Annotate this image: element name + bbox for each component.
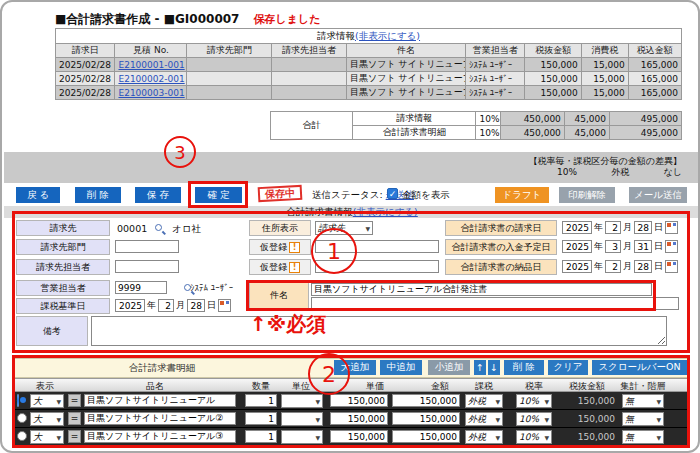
unit-price-input[interactable] [330, 430, 388, 443]
display-size-select[interactable]: 大 [30, 430, 64, 444]
qty-input[interactable] [245, 430, 277, 443]
draft-button[interactable]: ドラフト [495, 187, 549, 203]
hide-invoice-info-link[interactable]: (非表示にする) [355, 30, 420, 41]
col-sales-rep: 営業担当者 [466, 44, 525, 58]
unit-select[interactable] [281, 412, 323, 426]
qty-input[interactable] [245, 394, 277, 407]
move-up-button[interactable]: ↑ [474, 360, 486, 375]
row-handle-icon[interactable] [68, 412, 81, 425]
detail-delete-button[interactable]: 削 除 [504, 360, 544, 375]
year-input[interactable] [562, 260, 592, 273]
aggregate-select[interactable]: 無 [622, 412, 664, 426]
tax-type-select[interactable]: 外税 [465, 394, 503, 408]
unit-price-input[interactable] [330, 394, 388, 407]
year-input[interactable] [115, 299, 145, 312]
billing-person-label: 請求先担当者 [16, 259, 110, 275]
aggregate-select[interactable]: 無 [622, 394, 664, 408]
detail-row: 大 外税 10% 150,000 無 [14, 392, 688, 410]
confirm-button[interactable]: 確 定 [195, 187, 242, 203]
clear-button[interactable]: クリア [548, 360, 588, 375]
delete-button[interactable]: 削 除 [75, 187, 121, 203]
col-dept: 請求先部門 [187, 44, 272, 58]
remarks-textarea[interactable] [91, 316, 667, 346]
calendar-icon[interactable] [665, 260, 678, 273]
mail-send-button[interactable]: メール送信 [629, 187, 687, 203]
row-select-radio[interactable] [17, 413, 27, 423]
search-icon[interactable] [155, 224, 162, 231]
billing-person-input[interactable] [115, 260, 179, 273]
select-arrow-icon [493, 396, 500, 406]
add-large-button[interactable]: 大追加 [334, 360, 376, 375]
display-size-select[interactable]: 大 [30, 412, 64, 426]
back-button[interactable]: 戻 る [16, 187, 60, 203]
qty-input[interactable] [245, 412, 277, 425]
col-gross: 税込金額 [628, 44, 681, 58]
subject-input[interactable] [311, 283, 652, 296]
item-name-input[interactable] [84, 394, 236, 407]
sales-rep-name: ｼｽﾃﾑ ﾕｰｻﾞｰ [190, 283, 233, 293]
col-person: 請求先担当者 [271, 44, 346, 58]
row-select-radio[interactable] [17, 431, 27, 441]
day-input[interactable] [634, 260, 652, 273]
invoice-info-section-header: 請求情報(非表示にする) [56, 29, 682, 44]
quote-no-link[interactable]: E2100002-001 [118, 74, 184, 84]
calendar-icon[interactable] [665, 240, 678, 253]
year-input[interactable] [562, 240, 592, 253]
quote-no-link[interactable]: E2100003-001 [118, 88, 184, 98]
select-arrow-icon [363, 223, 370, 233]
item-name-input[interactable] [84, 430, 236, 443]
temp-reg2-input[interactable] [315, 260, 439, 273]
row-handle-icon[interactable] [68, 394, 81, 407]
select-arrow-icon [54, 396, 61, 406]
month-input[interactable] [605, 221, 621, 234]
aggregate-select[interactable]: 無 [622, 430, 664, 444]
billing-dept-input[interactable] [115, 240, 179, 253]
amount-input[interactable] [392, 430, 460, 443]
hide-form-link[interactable]: (非表示にする) [353, 206, 418, 217]
calendar-icon[interactable] [665, 221, 678, 234]
save-button[interactable]: 保 存 [135, 187, 181, 203]
table-row: 2025/02/28 E2100002-001 目黒ソフト サイトリニューアル②… [56, 72, 682, 86]
form-section-title: 合計請求書情報 [286, 206, 353, 217]
table-row: 合計 請求情報 10% 450,000 45,000 495,000 [271, 112, 682, 126]
billing-to-name: オロ社 [172, 223, 201, 236]
totals-label: 合計 [271, 112, 353, 140]
month-input[interactable] [605, 260, 621, 273]
move-down-button[interactable]: ↓ [488, 360, 500, 375]
row-handle-icon[interactable] [68, 430, 81, 443]
day-input[interactable] [187, 299, 205, 312]
row-select-radio[interactable] [17, 394, 19, 407]
print-release-button[interactable]: 印刷解除 [559, 187, 615, 203]
quote-no-link[interactable]: E2100001-001 [118, 60, 184, 70]
amount-input[interactable] [392, 394, 460, 407]
unit-select[interactable] [281, 430, 323, 444]
detail-section-title: 合計請求書明細 [62, 362, 262, 375]
amount-input[interactable] [392, 412, 460, 425]
row-net-amount: 150,000 [542, 432, 615, 442]
sales-rep-input[interactable] [115, 281, 167, 294]
calendar-icon[interactable] [218, 299, 231, 312]
month-input[interactable] [158, 299, 174, 312]
add-small-button[interactable]: 小追加 [428, 360, 470, 375]
subject-input-2[interactable] [311, 297, 679, 310]
tax-type-select[interactable]: 外税 [465, 412, 503, 426]
temp-reg1-input[interactable] [315, 240, 439, 253]
tax-diff-values: 10% 外税 なし [557, 167, 682, 178]
address-display-select[interactable]: 請求先 [315, 221, 373, 235]
unit-select[interactable] [281, 394, 323, 408]
page-title: ■合計請求書作成 - ■GI000007 [55, 11, 239, 28]
day-input[interactable] [634, 221, 652, 234]
add-mid-button[interactable]: 中追加 [380, 360, 422, 375]
display-size-select[interactable]: 大 [30, 394, 64, 408]
show-amounts-checkbox[interactable] [387, 188, 398, 199]
scrollbar-toggle-button[interactable]: スクロールバーON [592, 360, 687, 375]
section-title: 請求情報 [317, 30, 355, 41]
unit-price-input[interactable] [330, 412, 388, 425]
select-arrow-icon [54, 432, 61, 442]
month-input[interactable] [605, 240, 621, 253]
day-input[interactable] [634, 240, 652, 253]
col-subject: 件名 [347, 44, 466, 58]
tax-type-select[interactable]: 外税 [465, 430, 503, 444]
item-name-input[interactable] [84, 412, 236, 425]
year-input[interactable] [562, 221, 592, 234]
